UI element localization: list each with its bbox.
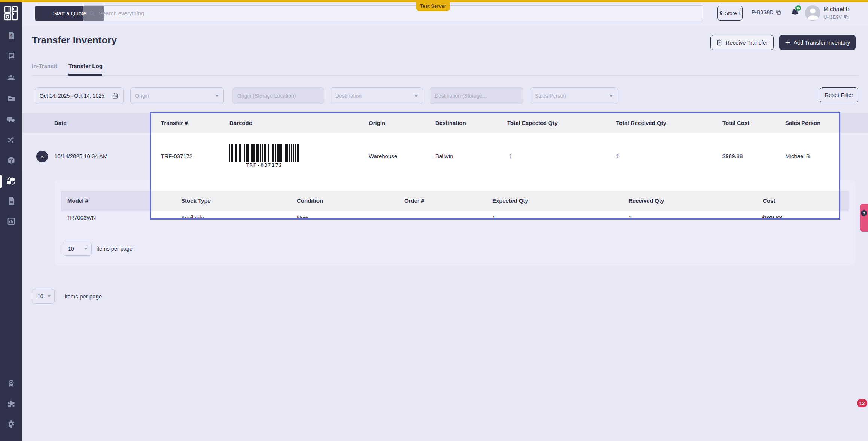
floating-notification-badge[interactable]: 12 bbox=[857, 399, 867, 407]
cell-sales-person: Michael B bbox=[785, 153, 810, 159]
cell-origin: Warehouse bbox=[369, 153, 397, 159]
detail-cell-model: TR7003WN bbox=[67, 214, 96, 220]
add-transfer-inventory-button[interactable]: Add Transfer Inventory bbox=[779, 35, 856, 50]
avatar[interactable] bbox=[805, 5, 820, 21]
items-per-page-select[interactable]: 10 bbox=[32, 289, 55, 304]
date-range-value: Oct 14, 2025 - Oct 14, 2025 bbox=[40, 93, 104, 99]
chevron-down-icon bbox=[84, 248, 88, 250]
folder-icon[interactable] bbox=[6, 94, 16, 103]
calendar-icon bbox=[112, 92, 119, 99]
route-shuffle-icon[interactable] bbox=[6, 135, 16, 145]
add-transfer-inventory-label: Add Transfer Inventory bbox=[794, 39, 850, 46]
col-header-total-expected-qty: Total Expected Qty bbox=[507, 120, 558, 126]
document-icon[interactable] bbox=[6, 196, 16, 206]
col-header-sales-person: Sales Person bbox=[785, 120, 820, 126]
detail-col-stock-type: Stock Type bbox=[181, 197, 211, 204]
receipt-icon[interactable] bbox=[6, 51, 16, 61]
tabs-divider bbox=[32, 75, 859, 76]
col-header-total-cost: Total Cost bbox=[722, 120, 749, 126]
page-title: Transfer Inventory bbox=[32, 34, 117, 46]
destination-storage-input[interactable]: Destination (Storage... bbox=[430, 87, 523, 104]
col-header-origin: Origin bbox=[369, 120, 385, 126]
gear-icon[interactable] bbox=[6, 419, 16, 429]
detail-cell-stock-type: Available bbox=[181, 214, 204, 220]
puzzle-icon[interactable] bbox=[6, 399, 16, 409]
chevron-up-icon bbox=[39, 154, 45, 160]
col-header-transfer-no: Transfer # bbox=[161, 120, 188, 126]
notifications-button[interactable]: 19 bbox=[791, 8, 802, 20]
clipboard-check-icon bbox=[716, 39, 722, 46]
store-label: Store 1 bbox=[725, 10, 741, 16]
detail-cell-cost: $989.88 bbox=[762, 214, 782, 220]
plus-icon bbox=[785, 40, 791, 45]
chevron-down-icon bbox=[48, 295, 51, 297]
items-per-page-value: 10 bbox=[37, 293, 43, 299]
user-id-value: U-I3E9V bbox=[823, 14, 842, 20]
reset-filter-button[interactable]: Reset Filter bbox=[820, 87, 858, 102]
sales-person-placeholder: Sales Person bbox=[535, 93, 566, 99]
col-header-destination: Destination bbox=[435, 120, 466, 126]
detail-items-per-page-select[interactable]: 10 bbox=[63, 242, 92, 256]
cell-total-expected-qty: 1 bbox=[509, 153, 512, 159]
start-quote-label: Start a Quote bbox=[53, 10, 86, 16]
truck-icon[interactable] bbox=[6, 114, 16, 124]
help-icon: ? bbox=[861, 210, 867, 216]
store-selector-button[interactable]: Store 1 bbox=[717, 6, 743, 21]
search-placeholder: Search everything bbox=[99, 10, 144, 16]
app-logo[interactable] bbox=[3, 5, 19, 22]
person-icon bbox=[805, 5, 820, 21]
transfer-boxes-icon[interactable] bbox=[6, 176, 16, 186]
active-tab-underline bbox=[68, 74, 102, 76]
notification-count-badge: 19 bbox=[795, 5, 801, 11]
tab-transfer-log[interactable]: Transfer Log bbox=[68, 63, 103, 69]
help-tab[interactable]: ? bbox=[860, 204, 868, 232]
copy-icon[interactable] bbox=[776, 9, 782, 15]
people-icon[interactable] bbox=[6, 73, 16, 82]
chevron-down-icon bbox=[215, 95, 219, 97]
receive-transfer-button[interactable]: Receive Transfer bbox=[710, 35, 774, 50]
col-header-barcode: Barcode bbox=[229, 120, 252, 126]
invoice-dollar-icon[interactable]: $ bbox=[6, 31, 16, 40]
sales-person-select[interactable]: Sales Person bbox=[530, 87, 618, 104]
detail-col-received-qty: Received Qty bbox=[628, 197, 664, 204]
cell-total-received-qty: 1 bbox=[616, 153, 619, 159]
award-ribbon-icon[interactable] bbox=[6, 379, 16, 388]
detail-cell-condition: New bbox=[297, 214, 308, 220]
reset-filter-label: Reset Filter bbox=[825, 92, 853, 98]
chevron-down-icon bbox=[609, 95, 613, 97]
origin-storage-placeholder: Origin (Storage Location) bbox=[237, 93, 296, 99]
detail-items-per-page-value: 10 bbox=[68, 246, 74, 252]
test-server-badge: Test Server bbox=[416, 0, 450, 11]
pos-id-value: P-B0S8D bbox=[752, 9, 773, 15]
user-id-group: U-I3E9V bbox=[823, 14, 849, 20]
pos-id-group: P-B0S8D bbox=[752, 9, 782, 15]
cell-transfer-no: TRF-037172 bbox=[161, 153, 192, 159]
collapse-row-button[interactable] bbox=[36, 151, 48, 162]
copy-icon[interactable] bbox=[844, 15, 849, 20]
origin-select[interactable]: Origin bbox=[130, 87, 224, 104]
bar-chart-icon[interactable] bbox=[6, 217, 16, 226]
col-header-total-received-qty: Total Received Qty bbox=[616, 120, 666, 126]
tab-in-transit[interactable]: In-Transit bbox=[32, 63, 57, 69]
detail-col-order-no: Order # bbox=[404, 197, 424, 204]
sidebar: $ bbox=[0, 0, 22, 441]
detail-cell-expected-qty: 1 bbox=[492, 214, 495, 220]
search-icon bbox=[89, 10, 95, 16]
search-input[interactable]: Search everything bbox=[83, 5, 703, 21]
detail-items-per-page-label: items per page bbox=[97, 246, 133, 252]
items-per-page-label: items per page bbox=[65, 293, 102, 300]
receive-transfer-label: Receive Transfer bbox=[725, 39, 768, 46]
cell-total-cost: $989.88 bbox=[722, 153, 743, 159]
detail-col-expected-qty: Expected Qty bbox=[492, 197, 528, 204]
origin-storage-input[interactable]: Origin (Storage Location) bbox=[232, 87, 324, 104]
detail-col-condition: Condition bbox=[297, 197, 323, 204]
package-icon[interactable] bbox=[6, 156, 16, 165]
detail-table-row: TR7003WN Available New 1 1 $989.88 bbox=[22, 211, 868, 220]
date-range-input[interactable]: Oct 14, 2025 - Oct 14, 2025 bbox=[35, 87, 124, 104]
svg-text:$: $ bbox=[10, 34, 13, 38]
user-name[interactable]: Michael B bbox=[823, 6, 850, 13]
destination-storage-placeholder: Destination (Storage... bbox=[435, 93, 487, 99]
barcode-text: TRF-037172 bbox=[229, 162, 299, 168]
barcode-image bbox=[229, 144, 299, 162]
destination-select[interactable]: Destination bbox=[331, 87, 423, 104]
